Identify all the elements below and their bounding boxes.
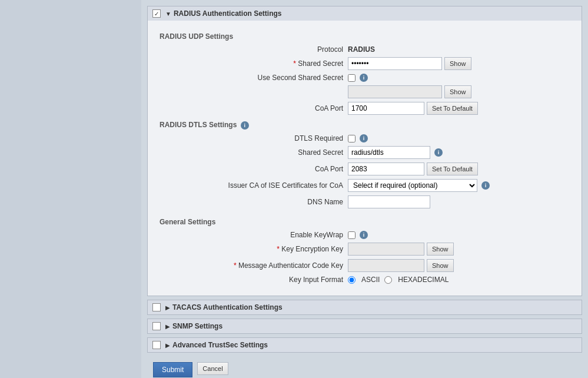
enable-keywrap-controls: i [348,231,368,239]
issuer-ca-label: Issuer CA of ISE Certificates for CoA [160,181,348,190]
second-shared-secret-row: Show [160,85,570,98]
tacacs-checkbox[interactable] [152,303,161,311]
dtls-shared-secret-row: Shared Secret i [160,146,570,159]
snmp-checkbox[interactable] [152,322,161,330]
mac-show-button[interactable]: Show [427,259,454,272]
submit-button[interactable]: Submit [153,362,192,377]
second-shared-secret-input[interactable] [348,85,442,98]
key-encryption-controls: Show [348,243,454,256]
dns-name-controls [348,195,430,208]
advanced-checkbox[interactable] [152,341,161,349]
use-second-shared-secret-row: Use Second Shared Secret i [160,74,570,82]
key-input-format-label: Key Input Format [160,276,348,284]
dtls-subsection-info-icon[interactable]: i [241,121,249,130]
key-input-format-controls: ASCII HEXADECIMAL [348,276,449,284]
radius-section-body: RADIUS UDP Settings Protocol RADIUS * Sh… [148,21,582,296]
dtls-shared-secret-info-icon[interactable]: i [434,148,443,157]
use-second-shared-secret-checkbox[interactable] [348,74,356,82]
advanced-section: ▶ Advanced TrustSec Settings [147,337,582,353]
bottom-buttons: Submit Cancel [147,356,582,378]
coa-port-udp-input[interactable] [348,102,424,115]
mac-key-row: * Message Authenticator Code Key Show [160,259,570,272]
page-container: ▼ RADIUS Authentication Settings RADIUS … [0,0,588,378]
dtls-required-controls: i [348,134,368,142]
radius-checkbox[interactable] [152,9,161,18]
radius-section: ▼ RADIUS Authentication Settings RADIUS … [147,6,582,296]
mac-key-label: * Message Authenticator Code Key [160,261,348,270]
dns-name-label: DNS Name [160,198,348,206]
cancel-button[interactable]: Cancel [197,362,228,375]
tacacs-section: ▶ TACACS Authentication Settings [147,300,582,315]
advanced-arrow-icon: ▶ [165,342,170,349]
second-shared-secret-show-button[interactable]: Show [444,85,471,98]
use-second-shared-secret-controls: i [348,74,368,82]
second-shared-secret-controls: Show [348,85,471,98]
dtls-coa-port-controls: Set To Default [348,163,478,175]
mac-required-marker: * [234,261,238,270]
tacacs-section-header[interactable]: ▶ TACACS Authentication Settings [148,300,582,314]
hexadecimal-radio[interactable] [384,276,392,284]
enable-keywrap-row: Enable KeyWrap i [160,231,570,239]
dtls-required-label: DTLS Required [160,134,348,142]
coa-port-udp-controls: Set To Default [348,102,478,115]
coa-port-udp-label: CoA Port [160,104,348,112]
hexadecimal-label: HEXADECIMAL [398,276,449,284]
sidebar [0,0,141,378]
dtls-shared-secret-input[interactable] [348,146,430,159]
radius-section-header[interactable]: ▼ RADIUS Authentication Settings [148,6,582,21]
dtls-coa-port-row: CoA Port Set To Default [160,163,570,175]
shared-secret-row: * Shared Secret Show [160,57,570,70]
issuer-ca-select[interactable]: Select if required (optional) [348,179,477,192]
ascii-label: ASCII [361,276,380,284]
protocol-label: Protocol [160,45,348,54]
shared-secret-label: * Shared Secret [160,59,348,68]
key-encryption-label: * Key Encryption Key [160,245,348,253]
mac-key-controls: Show [348,259,454,272]
issuer-ca-info-icon[interactable]: i [481,181,490,190]
udp-subsection-title: RADIUS UDP Settings [160,32,570,41]
key-input-format-row: Key Input Format ASCII HEXADECIMAL [160,276,570,284]
shared-secret-controls: Show [348,57,471,70]
coa-port-udp-row: CoA Port Set To Default [160,102,570,115]
snmp-section-title: SNMP Settings [172,322,222,330]
general-subsection-title: General Settings [160,218,570,226]
enable-keywrap-label: Enable KeyWrap [160,231,348,239]
tacacs-section-title: TACACS Authentication Settings [172,303,283,311]
issuer-ca-controls: Select if required (optional) i [348,179,490,192]
radius-section-title: RADIUS Authentication Settings [174,9,282,18]
tacacs-arrow-icon: ▶ [165,304,170,311]
dtls-coa-port-input[interactable] [348,163,424,175]
kek-show-button[interactable]: Show [427,243,454,256]
ascii-radio[interactable] [348,276,356,284]
dtls-subsection-title: RADIUS DTLS Settings i [160,121,570,130]
shared-secret-input[interactable] [348,57,442,70]
protocol-row: Protocol RADIUS [160,45,570,54]
dtls-shared-secret-controls: i [348,146,443,159]
use-second-shared-secret-info-icon[interactable]: i [360,74,368,82]
dtls-required-checkbox[interactable] [348,135,356,142]
snmp-section: ▶ SNMP Settings [147,319,582,334]
snmp-section-header[interactable]: ▶ SNMP Settings [148,319,582,333]
dtls-required-info-icon[interactable]: i [360,134,368,142]
coa-port-udp-default-button[interactable]: Set To Default [427,102,478,115]
enable-keywrap-info-icon[interactable]: i [360,231,368,239]
key-encryption-input[interactable] [348,243,424,256]
dtls-coa-port-label: CoA Port [160,165,348,173]
key-encryption-row: * Key Encryption Key Show [160,243,570,256]
snmp-arrow-icon: ▶ [165,323,170,330]
protocol-value-group: RADIUS [348,45,375,54]
dtls-shared-secret-label: Shared Secret [160,148,348,157]
enable-keywrap-checkbox[interactable] [348,231,356,239]
issuer-ca-row: Issuer CA of ISE Certificates for CoA Se… [160,179,570,192]
radius-arrow-icon: ▼ [165,11,171,17]
mac-key-input[interactable] [348,259,424,272]
use-second-shared-secret-label: Use Second Shared Secret [160,74,348,82]
dtls-required-row: DTLS Required i [160,134,570,142]
shared-secret-show-button[interactable]: Show [444,57,471,70]
advanced-section-title: Advanced TrustSec Settings [172,341,268,349]
main-content: ▼ RADIUS Authentication Settings RADIUS … [141,0,588,378]
dns-name-input[interactable] [348,195,430,208]
dtls-coa-port-default-button[interactable]: Set To Default [427,163,478,175]
advanced-section-header[interactable]: ▶ Advanced TrustSec Settings [148,338,582,352]
dns-name-row: DNS Name [160,195,570,208]
